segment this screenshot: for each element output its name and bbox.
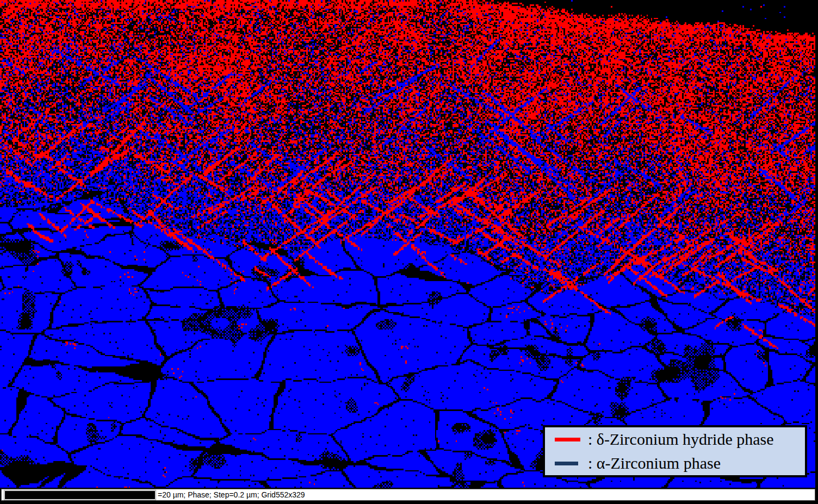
status-bar: =20 µm; Phase; Step=0.2 µm; Grid552x329: [0, 488, 818, 504]
scale-info-text: =20 µm; Phase; Step=0.2 µm; Grid552x329: [158, 489, 305, 500]
legend-item-label: : δ-Zirconium hydride phase: [588, 431, 774, 447]
phase-map-figure: : δ-Zirconium hydride phase : α-Zirconiu…: [0, 0, 818, 504]
alpha-line-swatch: [555, 462, 578, 465]
hydride-line-swatch: [555, 438, 580, 441]
scale-bar: [4, 490, 156, 500]
legend: : δ-Zirconium hydride phase : α-Zirconiu…: [543, 425, 807, 477]
status-panel: =20 µm; Phase; Step=0.2 µm; Grid552x329: [1, 489, 815, 501]
phase-map-canvas: [0, 0, 818, 488]
legend-item-alpha: : α-Zirconium phase: [545, 451, 805, 475]
legend-item-label: : α-Zirconium phase: [588, 455, 721, 471]
legend-item-hydride: : δ-Zirconium hydride phase: [545, 427, 805, 451]
